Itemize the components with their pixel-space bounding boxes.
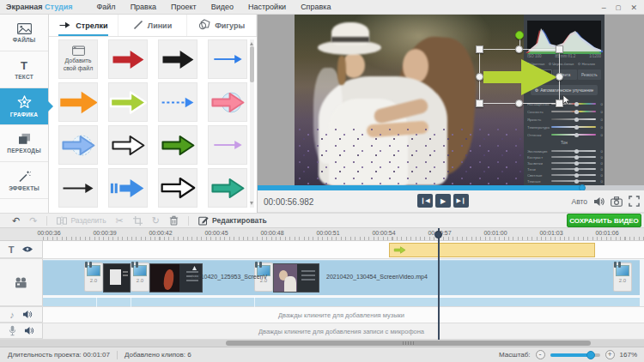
auto-quality-button[interactable]: Авто — [571, 197, 587, 206]
cut-button[interactable]: ✂ — [116, 216, 124, 226]
fullscreen-icon[interactable] — [629, 196, 640, 207]
arrow-blue-dotted-tile[interactable] — [158, 82, 197, 122]
trash-icon — [169, 215, 179, 226]
sidebar-item-переходы[interactable]: ПЕРЕХОДЫ — [0, 125, 48, 162]
image-icon — [17, 23, 32, 34]
visibility-eye-icon[interactable] — [21, 245, 33, 253]
arrow-blue-bars-tile[interactable] — [108, 168, 148, 208]
handle-top-right[interactable] — [556, 45, 563, 53]
arrow-white-outline-tile[interactable] — [108, 125, 148, 165]
hscroll-thumb[interactable] — [226, 341, 591, 346]
arrow-pink-circle-tile[interactable] — [208, 82, 247, 122]
close-button[interactable]: ✕ — [630, 3, 637, 12]
panel-scroll-thumb[interactable] — [250, 46, 254, 82]
prev-frame-button[interactable]: ❙◀ — [417, 194, 433, 208]
tab-Линии[interactable]: Линии — [118, 15, 188, 36]
arrow-red-tile[interactable] — [108, 39, 148, 79]
next-frame-button[interactable]: ▶❙ — [453, 194, 469, 208]
handle-bottom-center[interactable] — [515, 100, 523, 107]
sidebar-item-эффекты[interactable]: ЭФФЕКТЫ — [0, 162, 48, 199]
music-track-hint[interactable]: Дважды кликните для добавления музыки — [43, 307, 640, 323]
menu-item-Настройки[interactable]: Настройки — [248, 3, 286, 11]
arrow-blue-thin-tile[interactable] — [208, 39, 247, 79]
minimize-button[interactable]: – — [602, 3, 606, 12]
editor-slider-row: Оттенок0 — [527, 131, 603, 138]
delete-button[interactable] — [169, 215, 179, 226]
rotate-button[interactable]: ↻ — [152, 216, 160, 226]
menu-item-Правка[interactable]: Правка — [131, 3, 156, 11]
scroll-down-icon[interactable] — [250, 202, 253, 207]
mic-track-hint[interactable]: Дважды кликните для добавления записи с … — [43, 323, 640, 339]
maximize-button[interactable]: ▢ — [616, 4, 622, 11]
sidebar-item-текст[interactable]: TТЕКСТ — [0, 51, 48, 88]
play-button[interactable]: ▶ — [435, 194, 451, 208]
mic-volume-icon[interactable] — [24, 326, 34, 335]
arrow-orange-tile[interactable] — [58, 82, 98, 122]
arrow-graphic-clip[interactable] — [389, 243, 595, 257]
star-icon — [17, 95, 32, 109]
video-frame[interactable]: ISO 10085 mm f/1.21/1200 ЦветнаяЧерно-бе… — [295, 15, 605, 185]
panel-scrollbar[interactable] — [250, 39, 254, 208]
redo-button[interactable]: ↷ — [29, 216, 37, 226]
arrow-black-tile[interactable] — [158, 39, 197, 79]
zoom-slider[interactable] — [550, 353, 600, 357]
video-audio-strip[interactable] — [43, 297, 640, 306]
arrow-black-thin-tile[interactable] — [58, 168, 98, 208]
transition-markers — [85, 262, 92, 268]
rotation-handle[interactable] — [515, 31, 524, 39]
edit-button[interactable]: Редактировать — [198, 215, 267, 226]
zoom-out-button[interactable]: - — [536, 350, 545, 359]
add-file-tile[interactable]: Добавитьсвой файл — [58, 39, 98, 79]
editor-tab-2: Резкость — [578, 69, 601, 80]
arrow-black-outline-tile[interactable] — [158, 168, 197, 208]
sidebar-item-файлы[interactable]: ФАЙЛЫ — [0, 15, 48, 51]
mic-track: Дважды кликните для добавления записи с … — [0, 323, 644, 340]
handle-top-left[interactable] — [476, 45, 483, 53]
sidebar-item-графика[interactable]: ГРАФИКА — [0, 88, 48, 125]
editor-slider-row: Сочность0 — [527, 108, 603, 115]
save-video-button[interactable]: СОХРАНИТЬ ВИДЕО — [567, 214, 641, 227]
split-button[interactable]: Разделить — [57, 216, 106, 226]
menu-item-Видео[interactable]: Видео — [211, 3, 234, 11]
undo-button[interactable]: ↶ — [12, 216, 20, 226]
video-clip-label[interactable]: 20210420_130454_ScreenVideo.mp4 — [326, 274, 428, 280]
selection-box[interactable] — [479, 49, 560, 104]
tab-Фигуры[interactable]: Фигуры — [187, 15, 257, 36]
timeline-ruler[interactable]: 00:00:3600:00:3900:00:4200:00:4500:00:48… — [0, 228, 644, 241]
video-clip-thumbnail[interactable] — [273, 263, 319, 293]
handle-mid-left[interactable] — [476, 73, 483, 81]
arrow-lime-tile[interactable] — [108, 82, 148, 122]
arrow-teal-tile[interactable] — [208, 168, 247, 208]
handle-top-center[interactable] — [515, 45, 523, 53]
volume-icon[interactable] — [593, 196, 605, 207]
arrow-skyblue-circle-tile[interactable] — [58, 125, 98, 165]
menu-item-Справка[interactable]: Справка — [301, 3, 331, 11]
handle-mid-right[interactable] — [556, 73, 563, 81]
zoom-in-button[interactable]: + — [605, 350, 615, 359]
tab-Стрелки[interactable]: Стрелки — [49, 15, 118, 36]
arrow-lavender-tile[interactable] — [208, 125, 247, 165]
snapshot-camera-icon[interactable] — [611, 196, 623, 207]
menu-item-Проект[interactable]: Проект — [171, 3, 197, 11]
playhead-knob[interactable] — [434, 231, 442, 238]
handle-bottom-left[interactable] — [476, 100, 483, 107]
editor-slider-row: Температура0 — [527, 124, 603, 130]
zoom-slider-thumb[interactable] — [586, 351, 595, 359]
scroll-up-icon[interactable] — [250, 40, 253, 45]
overlay-arrow-graphic[interactable] — [482, 53, 559, 101]
tone-section-label: Тон — [524, 141, 605, 145]
timeline-hscrollbar[interactable] — [0, 340, 644, 347]
arrow-green-3d-tile[interactable] — [158, 125, 197, 165]
split-icon — [57, 216, 67, 226]
editor-slider-row: Темные0 — [527, 178, 603, 184]
crop-button[interactable] — [133, 216, 143, 226]
menu-item-Файл[interactable]: Файл — [96, 3, 115, 11]
video-clips-strip[interactable]: 2.02.02.02.020210420_125953_ScreenV20210… — [43, 260, 640, 295]
timeline-toolbar: ↶ ↷ Разделить ✂ ↻ Редактировать — [0, 213, 644, 228]
music-volume-icon[interactable] — [22, 310, 33, 319]
video-clip-label[interactable]: 20210420_125953_ScreenV — [191, 274, 267, 280]
mic-track-header — [0, 323, 43, 339]
video-clip-thumbnail[interactable] — [103, 263, 131, 293]
transition-markers — [614, 262, 621, 268]
playhead[interactable] — [438, 228, 440, 340]
